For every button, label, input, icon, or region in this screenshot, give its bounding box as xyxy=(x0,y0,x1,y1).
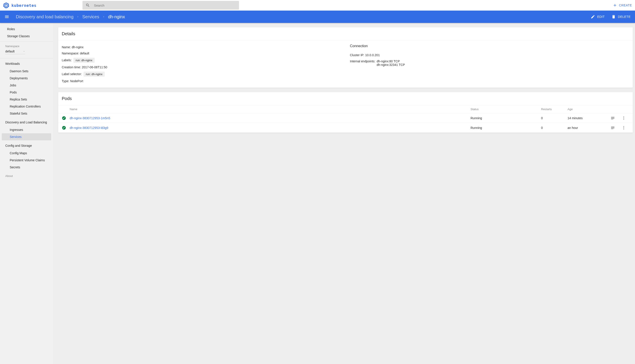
create-button[interactable]: CREATE xyxy=(613,3,632,8)
col-status: Status xyxy=(470,108,541,111)
connection-title: Connection xyxy=(350,44,629,48)
create-label: CREATE xyxy=(619,4,632,7)
search-bar[interactable] xyxy=(83,1,239,10)
name-value: dh-nginx xyxy=(72,46,84,49)
sidebar-item[interactable]: Services xyxy=(2,133,51,140)
type-key: Type: xyxy=(62,79,69,83)
namespace-select[interactable]: default xyxy=(5,50,25,54)
kubernetes-logo-icon xyxy=(3,2,9,8)
search-icon xyxy=(86,3,90,8)
namespace-value: default xyxy=(5,50,15,53)
more-vert-icon[interactable] xyxy=(618,126,629,130)
details-right-col: Connection Cluster IP: 10.0.0.201 Intern… xyxy=(350,44,629,84)
hamburger-icon[interactable] xyxy=(5,14,9,19)
main-content: Details Name: dh-nginx Namespace: defaul… xyxy=(53,23,635,364)
trash-icon xyxy=(611,14,616,19)
logs-icon[interactable] xyxy=(607,116,618,120)
breadcrumb-parent[interactable]: Services xyxy=(82,14,99,20)
svg-point-16 xyxy=(623,129,624,129)
cluster-ip-value: 10.0.0.201 xyxy=(365,53,380,57)
sidebar-item[interactable]: Roles xyxy=(2,26,51,32)
creation-time-key: Creation time: xyxy=(62,66,81,69)
col-age: Age xyxy=(567,108,607,111)
svg-point-11 xyxy=(623,118,624,118)
chevron-right-icon xyxy=(77,16,79,18)
pencil-icon xyxy=(591,14,595,19)
selector-key: Label selector: xyxy=(62,72,82,76)
sidebar-item[interactable]: Pods xyxy=(2,89,51,96)
namespace-block: Namespace default xyxy=(0,42,53,58)
pods-table-header: Name Status Restarts Age xyxy=(58,105,633,113)
cluster-ip-key: Cluster IP: xyxy=(350,53,364,57)
details-title: Details xyxy=(58,27,633,40)
svg-point-14 xyxy=(623,126,624,127)
logo[interactable]: kubernetes xyxy=(3,2,61,8)
pod-status: Running xyxy=(470,116,541,120)
pod-name-link[interactable]: dh-nginx-3830712953-ld3g9 xyxy=(70,126,470,130)
sidebar: RolesStorage Classes Namespace default W… xyxy=(0,23,53,364)
pod-age: an hour xyxy=(567,126,607,130)
sidebar-item[interactable]: Replication Controllers xyxy=(2,103,51,110)
chevron-right-icon xyxy=(102,16,105,18)
pod-age: 14 minutes xyxy=(567,116,607,120)
creation-time-value: 2017-06-08T11:50 xyxy=(82,66,107,69)
namespace-value: default xyxy=(80,52,89,55)
about-link[interactable]: About xyxy=(0,171,53,181)
more-vert-icon[interactable] xyxy=(618,116,629,120)
col-restarts: Restarts xyxy=(541,108,567,111)
col-name: Name xyxy=(70,108,470,111)
sidebar-group-header[interactable]: Config and Storage xyxy=(0,142,53,150)
selector-chip: run: dh-nginx xyxy=(84,72,105,77)
pod-status: Running xyxy=(470,126,541,130)
status-ok-icon xyxy=(62,116,66,120)
type-value: NodePort xyxy=(70,79,83,83)
plus-icon xyxy=(613,3,617,8)
header-actions: EDIT DELETE xyxy=(591,14,630,19)
pod-restarts: 0 xyxy=(541,126,567,130)
svg-point-12 xyxy=(623,119,624,120)
label-chip: run: dh-nginx xyxy=(74,58,95,63)
table-row: dh-nginx-3830712953-1m5n5Running014 minu… xyxy=(58,113,633,123)
namespace-label: Namespace xyxy=(5,45,48,48)
logs-icon[interactable] xyxy=(607,126,618,130)
sidebar-item[interactable]: Jobs xyxy=(2,82,51,89)
sidebar-item[interactable]: Stateful Sets xyxy=(2,110,51,117)
namespace-key: Namespace: xyxy=(62,52,79,55)
edit-label: EDIT xyxy=(597,15,605,18)
sidebar-item[interactable]: Config Maps xyxy=(2,150,51,157)
details-card: Details Name: dh-nginx Namespace: defaul… xyxy=(58,27,633,88)
pod-name-link[interactable]: dh-nginx-3830712953-1m5n5 xyxy=(70,116,470,120)
sidebar-group-header[interactable]: Discovery and Load Balancing xyxy=(0,118,53,126)
breadcrumb: Discovery and load balancing Services dh… xyxy=(16,14,125,20)
name-key: Name: xyxy=(62,46,71,49)
edit-button[interactable]: EDIT xyxy=(591,14,605,19)
sidebar-item[interactable]: Ingresses xyxy=(2,126,51,133)
breadcrumb-section[interactable]: Discovery and load balancing xyxy=(16,14,74,20)
sidebar-item[interactable]: Daemon Sets xyxy=(2,68,51,75)
delete-label: DELETE xyxy=(618,15,630,18)
details-left-col: Name: dh-nginx Namespace: default Labels… xyxy=(62,44,341,84)
search-input[interactable] xyxy=(94,4,236,7)
internal-endpoint-1: dh-nginx:80 TCP xyxy=(377,60,405,63)
brand-text: kubernetes xyxy=(12,3,36,8)
svg-point-15 xyxy=(623,127,624,128)
sidebar-item[interactable]: Deployments xyxy=(2,75,51,82)
pods-title: Pods xyxy=(58,92,633,105)
sidebar-item[interactable]: Persistent Volume Claims xyxy=(2,157,51,164)
internal-endpoint-2: dh-nginx:32341 TCP xyxy=(377,63,405,66)
table-row: dh-nginx-3830712953-ld3g9Running0an hour xyxy=(58,123,633,133)
topbar: kubernetes CREATE xyxy=(0,0,635,10)
sidebar-item[interactable]: Storage Classes xyxy=(2,32,51,40)
sidebar-group-header[interactable]: Workloads xyxy=(0,60,53,68)
sidebar-item[interactable]: Replica Sets xyxy=(2,96,51,103)
delete-button[interactable]: DELETE xyxy=(611,14,630,19)
breadcrumb-current: dh-nginx xyxy=(108,14,125,20)
subheader: Discovery and load balancing Services dh… xyxy=(0,10,635,23)
status-ok-icon xyxy=(62,126,66,130)
pods-card: Pods Name Status Restarts Age dh-nginx-3… xyxy=(58,92,633,133)
svg-point-10 xyxy=(623,116,624,117)
labels-key: Labels: xyxy=(62,58,72,62)
sidebar-item[interactable]: Secrets xyxy=(2,164,51,171)
pod-restarts: 0 xyxy=(541,116,567,120)
internal-endpoints-key: Internal endpoints: xyxy=(350,60,375,66)
